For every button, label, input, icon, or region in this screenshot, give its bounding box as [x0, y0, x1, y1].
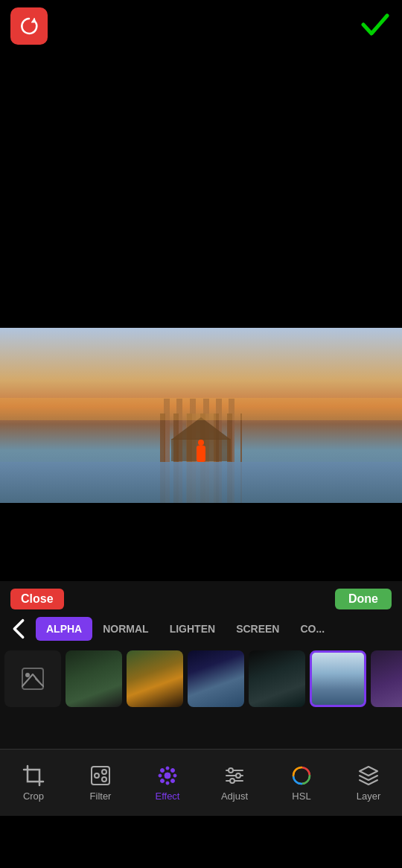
done-button[interactable]: Done — [335, 589, 392, 609]
nav-filter-label: Filter — [90, 791, 112, 802]
nav-hsl-label: HSL — [292, 791, 310, 802]
close-button[interactable]: Close — [10, 589, 64, 609]
svg-point-20 — [230, 779, 234, 783]
person-body — [197, 446, 205, 462]
svg-point-19 — [236, 773, 240, 778]
person-silhouette — [196, 440, 206, 462]
nav-adjust-label: Adjust — [221, 791, 248, 802]
thumb-moon[interactable] — [188, 650, 244, 707]
svg-point-4 — [102, 770, 106, 774]
nav-effect-label: Effect — [155, 791, 179, 802]
svg-point-11 — [166, 767, 169, 770]
confirm-button[interactable] — [359, 8, 392, 44]
no-effect-icon — [19, 665, 46, 692]
crop-icon — [22, 764, 45, 787]
nav-layer-label: Layer — [357, 791, 381, 802]
thumb-autumn[interactable] — [127, 650, 183, 707]
main-photo — [0, 328, 402, 503]
layer-icon — [357, 764, 380, 787]
svg-point-3 — [95, 773, 99, 778]
hsl-icon — [290, 764, 313, 787]
filter-icon — [89, 764, 112, 787]
effect-thumbnails — [0, 644, 402, 713]
thumb-extra[interactable] — [371, 650, 402, 707]
tab-color[interactable]: CO... — [290, 617, 335, 641]
svg-point-7 — [161, 768, 165, 772]
android-navigation — [0, 816, 402, 868]
nav-filter[interactable]: Filter — [67, 764, 134, 802]
black-area-bottom — [0, 503, 402, 589]
svg-point-13 — [159, 774, 162, 777]
svg-point-9 — [161, 779, 165, 782]
bottom-navigation: Crop Filter Effect — [0, 749, 402, 816]
svg-point-5 — [102, 777, 106, 782]
tab-screen[interactable]: SCREEN — [226, 617, 290, 641]
svg-point-8 — [171, 768, 175, 772]
close-done-row: Close Done — [0, 581, 402, 613]
thumb-forest1[interactable] — [66, 650, 122, 707]
tab-normal[interactable]: NORMAL — [92, 617, 159, 641]
nav-layer[interactable]: Layer — [335, 764, 402, 802]
svg-rect-0 — [22, 668, 43, 689]
nav-crop-label: Crop — [23, 791, 44, 802]
nav-effect[interactable]: Effect — [134, 764, 201, 802]
nav-hsl[interactable]: HSL — [268, 764, 335, 802]
tab-alpha[interactable]: ALPHA — [36, 617, 92, 641]
svg-point-18 — [229, 768, 233, 773]
thumb-pier[interactable] — [310, 650, 366, 707]
tab-lighten[interactable]: LIGHTEN — [159, 617, 226, 641]
blend-tabs: ALPHA NORMAL LIGHTEN SCREEN CO... — [0, 613, 402, 644]
svg-point-10 — [171, 779, 175, 782]
back-arrow-button[interactable] — [6, 616, 31, 642]
adjust-icon — [223, 764, 246, 787]
thumb-no-effect[interactable] — [4, 650, 61, 707]
nav-adjust[interactable]: Adjust — [201, 764, 268, 802]
reset-icon — [18, 15, 40, 37]
svg-point-12 — [166, 782, 169, 785]
top-bar — [0, 0, 402, 52]
back-icon — [6, 616, 31, 642]
gazebo-roof — [171, 417, 231, 440]
svg-point-14 — [173, 774, 176, 777]
water-area — [0, 462, 402, 503]
thumb-dark[interactable] — [249, 650, 305, 707]
checkmark-icon — [359, 8, 392, 41]
person-head — [198, 440, 204, 446]
svg-point-1 — [25, 673, 30, 677]
reset-button[interactable] — [10, 7, 48, 45]
nav-crop[interactable]: Crop — [0, 764, 67, 802]
svg-point-6 — [165, 773, 170, 779]
effect-icon — [156, 764, 179, 787]
